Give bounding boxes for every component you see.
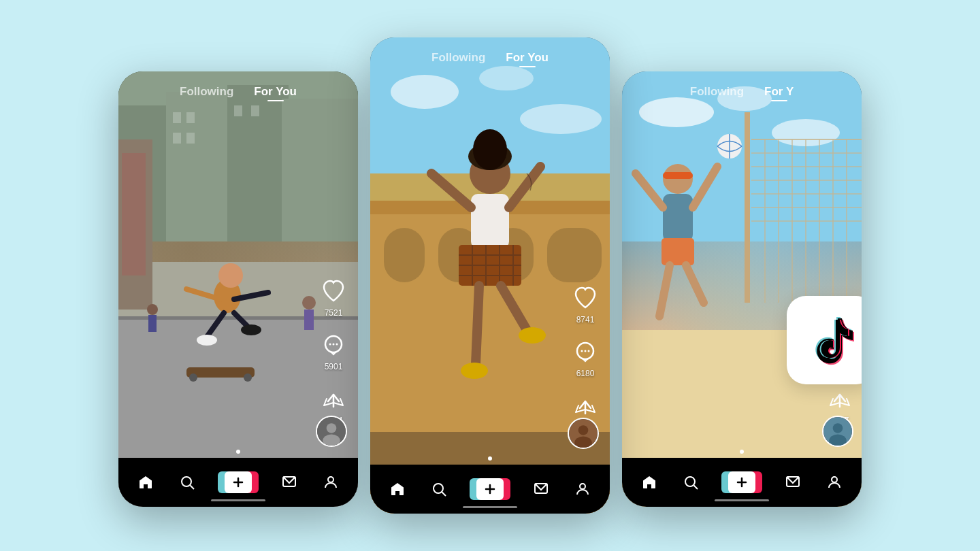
svg-point-76	[585, 350, 587, 352]
tiktok-logo-svg	[806, 316, 855, 365]
phone-overlay-center: Following For You 8741	[370, 37, 610, 514]
tab-foryou-right[interactable]: For Y	[764, 85, 794, 99]
svg-point-75	[581, 350, 583, 352]
tab-following-right[interactable]: Following	[690, 85, 744, 99]
comment-icon-left	[318, 330, 348, 360]
tiktok-logo-container	[787, 296, 862, 384]
nav-plus-center[interactable]	[472, 478, 508, 500]
scroll-dot-right	[740, 450, 744, 454]
phone-overlay-left: Following For You 7521	[118, 71, 358, 507]
phone-left: Following For You 7521	[118, 71, 358, 507]
svg-point-32	[329, 344, 331, 346]
svg-line-39	[191, 486, 195, 490]
action-comment-center[interactable]: 6180	[570, 337, 600, 378]
avatar-left[interactable]	[316, 416, 347, 447]
svg-point-86	[580, 484, 585, 489]
phones-container: Following For You 7521	[118, 37, 862, 514]
nav-profile-left[interactable]	[323, 474, 339, 490]
nav-plus-right[interactable]	[724, 471, 760, 493]
nav-search-right[interactable]	[683, 474, 699, 490]
svg-point-37	[323, 435, 340, 447]
svg-point-130	[832, 477, 837, 482]
comment-count-left: 5901	[325, 362, 343, 371]
phone-header-right: Following For Y	[622, 71, 862, 105]
tab-foryou-center[interactable]: For You	[506, 51, 549, 65]
action-heart-left[interactable]: 7521	[318, 276, 348, 318]
heart-icon-center	[570, 283, 600, 313]
svg-point-34	[336, 344, 338, 346]
svg-point-79	[578, 425, 589, 435]
svg-point-124	[829, 435, 847, 447]
svg-point-125	[685, 477, 695, 486]
svg-point-81	[434, 484, 443, 493]
svg-point-38	[182, 477, 191, 486]
svg-line-126	[694, 486, 698, 490]
phone-actions-center: 8741 6180	[570, 283, 600, 432]
home-indicator-center	[463, 506, 517, 508]
share-icon-right	[825, 384, 855, 414]
home-indicator-left	[211, 499, 265, 501]
nav-home-right[interactable]	[641, 474, 657, 490]
phone-actions-left: 7521 5901	[318, 276, 348, 425]
nav-plus-left[interactable]	[220, 471, 256, 493]
phone-header-left: Following For You	[118, 71, 358, 105]
nav-message-right[interactable]	[785, 474, 801, 490]
tab-following-center[interactable]: Following	[431, 51, 485, 65]
svg-point-123	[833, 423, 843, 433]
comment-icon-center	[570, 337, 600, 367]
svg-point-43	[328, 477, 333, 482]
home-indicator-right	[715, 499, 769, 501]
nav-profile-center[interactable]	[574, 481, 591, 497]
scroll-dot-left	[236, 450, 240, 454]
action-heart-center[interactable]: 8741	[570, 283, 600, 324]
nav-message-center[interactable]	[533, 481, 549, 497]
nav-message-left[interactable]	[281, 474, 297, 490]
scroll-dot-center	[488, 456, 492, 461]
tab-following-left[interactable]: Following	[180, 85, 233, 99]
svg-line-82	[442, 492, 446, 497]
nav-search-center[interactable]	[431, 481, 447, 497]
nav-profile-right[interactable]	[826, 474, 843, 490]
nav-home-center[interactable]	[389, 481, 406, 497]
svg-point-80	[574, 437, 592, 449]
nav-search-left[interactable]	[179, 474, 195, 490]
svg-point-77	[588, 350, 590, 352]
heart-icon-left	[318, 276, 348, 306]
phone-right: Following For Y 4367	[622, 71, 862, 507]
heart-count-center: 8741	[576, 315, 595, 324]
nav-home-left[interactable]	[137, 474, 154, 490]
tab-foryou-left[interactable]: For You	[254, 85, 297, 99]
share-icon-center	[570, 390, 600, 420]
comment-count-center: 6180	[576, 369, 595, 378]
action-comment-left[interactable]: 5901	[318, 330, 348, 371]
share-icon-left	[318, 384, 348, 414]
svg-point-36	[327, 423, 337, 433]
phone-center: Following For You 8741	[370, 37, 610, 514]
heart-count-left: 7521	[325, 308, 343, 318]
avatar-right[interactable]	[822, 416, 853, 447]
phone-header-center: Following For You	[370, 37, 610, 71]
avatar-center[interactable]	[568, 418, 599, 449]
phone-overlay-right: Following For Y 4367	[622, 71, 862, 507]
svg-point-33	[333, 344, 335, 346]
